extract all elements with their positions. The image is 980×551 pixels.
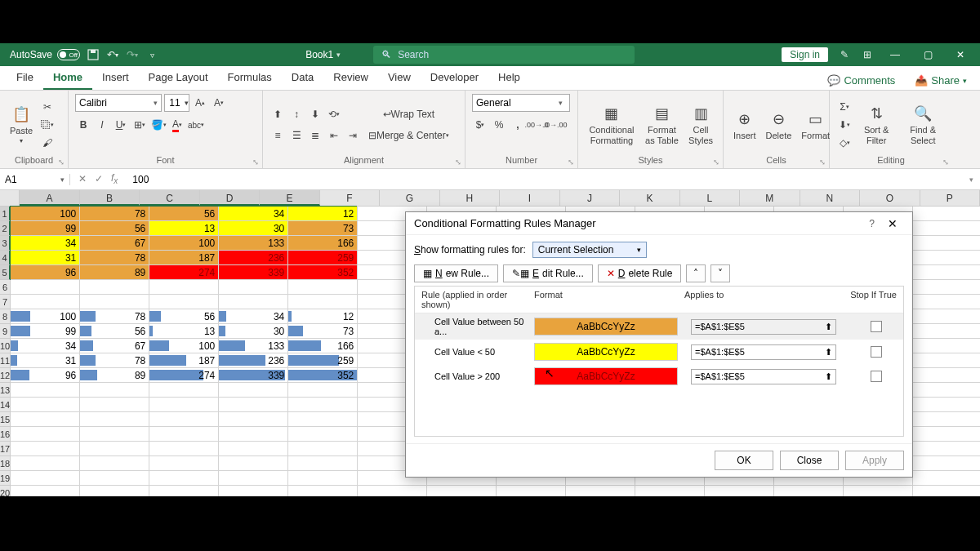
dialog-close-button[interactable]: ✕	[881, 217, 904, 230]
share-button[interactable]: 📤Share▾	[908, 71, 973, 90]
cell[interactable]	[11, 442, 80, 456]
tab-help[interactable]: Help	[488, 66, 530, 90]
cell[interactable]	[149, 280, 219, 295]
cell[interactable]	[80, 427, 149, 442]
decrease-decimal-icon[interactable]: .0→.00	[547, 117, 564, 133]
cell[interactable]	[288, 383, 358, 398]
cell-styles-button[interactable]: ▥Cell Styles	[685, 102, 716, 146]
cell[interactable]	[913, 280, 980, 295]
italic-button[interactable]: I	[94, 117, 110, 133]
cell[interactable]: 56	[80, 324, 149, 339]
cell[interactable]	[288, 280, 358, 295]
phonetic-icon[interactable]: abc▾	[188, 117, 204, 133]
comma-icon[interactable]: ,	[510, 117, 526, 133]
tab-page-layout[interactable]: Page Layout	[139, 66, 218, 90]
cell[interactable]	[913, 398, 980, 412]
row-header-15[interactable]: 15	[0, 412, 11, 427]
cell[interactable]	[705, 486, 774, 496]
cell[interactable]: 339	[219, 368, 288, 383]
cell[interactable]	[11, 383, 80, 398]
qat-customize-icon[interactable]: ▿	[145, 48, 158, 61]
cell[interactable]: 30	[219, 324, 288, 339]
row-header-19[interactable]: 19	[0, 471, 11, 486]
expand-formula-icon[interactable]: ▾	[963, 176, 980, 184]
percent-icon[interactable]: %	[491, 117, 507, 133]
range-picker-icon[interactable]: ⬆	[825, 322, 832, 332]
signin-button[interactable]: Sign in	[782, 47, 828, 62]
cell[interactable]	[288, 442, 358, 456]
cell[interactable]	[149, 471, 219, 486]
decrease-font-icon[interactable]: A▾	[211, 95, 227, 111]
row-header-13[interactable]: 13	[0, 383, 11, 398]
find-select-button[interactable]: 🔍Find & Select	[900, 102, 946, 146]
bold-button[interactable]: B	[75, 117, 91, 133]
font-color-icon[interactable]: A▾	[169, 117, 185, 133]
cell[interactable]	[219, 427, 288, 442]
cell[interactable]	[913, 368, 980, 383]
row-header-20[interactable]: 20	[0, 486, 11, 496]
row-header-8[interactable]: 8	[0, 309, 11, 324]
sort-filter-button[interactable]: ⇅Sort & Filter	[856, 102, 897, 146]
cell[interactable]	[288, 427, 358, 442]
cell[interactable]: 352	[288, 265, 358, 280]
merge-center-button[interactable]: ⊟ Merge & Center ▾	[364, 127, 453, 144]
cell[interactable]: 166	[288, 236, 358, 251]
rule-row[interactable]: Cell Value < 50AaBbCcYyZz=$A$1:$E$5⬆	[415, 340, 903, 364]
align-right-icon[interactable]: ≣	[307, 127, 323, 144]
close-button[interactable]: Close	[780, 451, 839, 470]
maximize-button[interactable]: ▢	[916, 49, 939, 60]
col-header-L[interactable]: L	[680, 190, 740, 206]
cell[interactable]: 96	[11, 265, 80, 280]
stop-if-true-checkbox[interactable]	[871, 346, 882, 358]
save-icon[interactable]	[87, 48, 100, 61]
cell[interactable]	[219, 456, 288, 471]
align-top-icon[interactable]: ⬆	[270, 106, 286, 122]
cell[interactable]	[219, 442, 288, 456]
search-box[interactable]: 🔍︎ Search	[373, 46, 635, 64]
row-header-4[interactable]: 4	[0, 251, 11, 265]
font-size-select[interactable]: ▾	[164, 94, 189, 112]
cell[interactable]: 236	[219, 353, 288, 368]
applies-to-input[interactable]: =$A$1:$E$5⬆	[691, 344, 836, 360]
cell[interactable]	[219, 295, 288, 309]
cell[interactable]	[913, 236, 980, 251]
orientation-icon[interactable]: ⟲▾	[326, 106, 342, 122]
cell[interactable]: 31	[11, 251, 80, 265]
cell[interactable]	[913, 427, 980, 442]
cell[interactable]: 352	[288, 368, 358, 383]
cell[interactable]	[288, 456, 358, 471]
cell[interactable]: 100	[11, 309, 80, 324]
row-header-14[interactable]: 14	[0, 398, 11, 412]
cell[interactable]	[219, 280, 288, 295]
help-button[interactable]: ?	[862, 218, 881, 229]
cell[interactable]: 13	[149, 221, 219, 236]
cell[interactable]	[11, 471, 80, 486]
cell[interactable]	[11, 486, 80, 496]
cell[interactable]: 12	[288, 309, 358, 324]
format-cells-button[interactable]: ▭Format	[798, 108, 833, 142]
cell[interactable]	[288, 295, 358, 309]
conditional-formatting-button[interactable]: ▦Conditional Formatting	[585, 102, 639, 146]
cell[interactable]	[11, 280, 80, 295]
cell[interactable]: 73	[288, 221, 358, 236]
row-header-17[interactable]: 17	[0, 442, 11, 456]
align-left-icon[interactable]: ≡	[270, 127, 286, 144]
cell[interactable]: 34	[11, 236, 80, 251]
cell[interactable]: 99	[11, 324, 80, 339]
enter-formula-icon[interactable]: ✓	[95, 173, 103, 184]
row-header-3[interactable]: 3	[0, 236, 11, 251]
format-table-button[interactable]: ▤Format as Table	[642, 102, 682, 146]
cell[interactable]: 236	[219, 251, 288, 265]
cell[interactable]: 34	[219, 309, 288, 324]
cell[interactable]: 56	[149, 309, 219, 324]
tab-developer[interactable]: Developer	[421, 66, 488, 90]
cell[interactable]: 89	[80, 265, 149, 280]
row-header-1[interactable]: 1	[0, 207, 11, 221]
cell[interactable]	[288, 471, 358, 486]
edit-rule-button[interactable]: ✎▦Edit Rule...	[503, 264, 593, 282]
cell[interactable]: 73	[288, 324, 358, 339]
col-header-I[interactable]: I	[500, 190, 559, 206]
cell[interactable]	[913, 207, 980, 221]
cell[interactable]	[80, 383, 149, 398]
ok-button[interactable]: OK	[715, 451, 773, 470]
